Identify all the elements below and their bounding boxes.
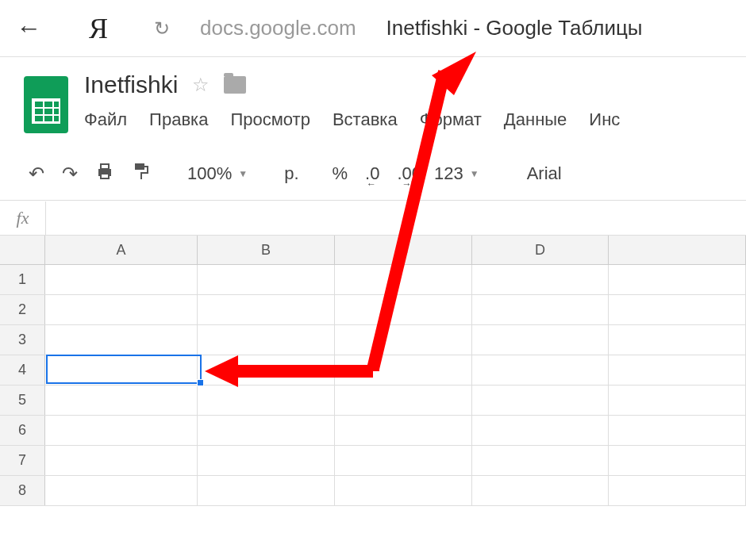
row-header-3[interactable]: 3 — [0, 325, 45, 355]
menu-tools[interactable]: Инс — [589, 109, 620, 130]
menu-view[interactable]: Просмотр — [230, 109, 310, 130]
decrease-decimal-button[interactable]: .0← — [360, 163, 384, 184]
menu-insert[interactable]: Вставка — [333, 109, 398, 130]
cell-e5[interactable] — [609, 385, 746, 415]
menu-file[interactable]: Файл — [84, 109, 127, 130]
cell-a5[interactable] — [45, 385, 198, 415]
cell-d6[interactable] — [472, 416, 609, 445]
cell-e4[interactable] — [609, 355, 746, 385]
print-icon[interactable] — [90, 159, 119, 188]
zoom-dropdown[interactable]: 100% ▼ — [187, 163, 248, 184]
yandex-logo-icon[interactable]: Я — [73, 12, 124, 45]
browser-bar: ← Я ↻ docs.google.com Inetfishki - Googl… — [0, 0, 746, 57]
cell-b3[interactable] — [198, 325, 335, 355]
cell-c1[interactable] — [335, 265, 472, 294]
cell-d2[interactable] — [472, 295, 609, 324]
cell-b1[interactable] — [198, 265, 335, 294]
toolbar: ↶ ↷ 100% ▼ р. % .0← .00→ 123 ▼ Arial — [0, 148, 746, 201]
menu-bar: Файл Правка Просмотр Вставка Формат Данн… — [84, 109, 620, 130]
svg-rect-2 — [101, 174, 109, 178]
cell-b4[interactable] — [198, 355, 335, 385]
cell-e2[interactable] — [609, 295, 746, 324]
currency-button[interactable]: р. — [279, 163, 303, 184]
zoom-value: 100% — [187, 163, 232, 184]
fx-label[interactable]: fx — [0, 201, 46, 235]
page-title: Inetfishki - Google Таблицы — [386, 16, 643, 40]
row-header-7[interactable]: 7 — [0, 446, 45, 475]
column-header-a[interactable]: A — [45, 236, 198, 264]
cell-d3[interactable] — [472, 325, 609, 355]
row-header-2[interactable]: 2 — [0, 295, 45, 324]
column-header-d[interactable]: D — [472, 236, 609, 264]
cell-e1[interactable] — [609, 265, 746, 294]
formula-input[interactable] — [46, 201, 746, 235]
cell-b2[interactable] — [198, 295, 335, 324]
formula-bar: fx — [0, 201, 746, 236]
column-header-b[interactable]: B — [198, 236, 335, 264]
increase-decimal-button[interactable]: .00→ — [392, 163, 426, 184]
svg-rect-3 — [135, 163, 144, 170]
cell-e6[interactable] — [609, 416, 746, 445]
star-icon[interactable]: ☆ — [192, 74, 210, 96]
cell-b6[interactable] — [198, 416, 335, 445]
cell-c4[interactable] — [335, 355, 472, 385]
document-title[interactable]: Inetfishki — [84, 71, 178, 98]
spreadsheet-grid: A B C D 1 2 3 4 5 6 7 8 — [0, 236, 746, 506]
url-text[interactable]: docs.google.com — [200, 16, 356, 40]
sheets-logo-icon[interactable] — [24, 76, 68, 133]
cell-e7[interactable] — [609, 446, 746, 475]
cell-d5[interactable] — [472, 385, 609, 415]
cell-d7[interactable] — [472, 446, 609, 475]
cell-a1[interactable] — [45, 265, 198, 294]
row-header-1[interactable]: 1 — [0, 265, 45, 294]
cell-a2[interactable] — [45, 295, 198, 324]
select-all-corner[interactable] — [0, 236, 45, 264]
column-header-c[interactable]: C — [335, 236, 472, 264]
row-header-4[interactable]: 4 — [0, 355, 45, 385]
cell-a7[interactable] — [45, 446, 198, 475]
dropdown-arrow-icon: ▼ — [470, 168, 479, 179]
number-format-dropdown[interactable]: 123 ▼ — [434, 163, 479, 184]
menu-edit[interactable]: Правка — [149, 109, 208, 130]
cell-b8[interactable] — [198, 476, 335, 505]
menu-data[interactable]: Данные — [504, 109, 567, 130]
folder-icon[interactable] — [224, 76, 246, 94]
cell-a6[interactable] — [45, 416, 198, 445]
cell-c7[interactable] — [335, 446, 472, 475]
undo-icon[interactable]: ↶ — [24, 159, 49, 188]
cell-a3[interactable] — [45, 325, 198, 355]
menu-format[interactable]: Формат — [420, 109, 482, 130]
dropdown-arrow-icon: ▼ — [238, 168, 248, 179]
row-header-8[interactable]: 8 — [0, 476, 45, 505]
document-header: Inetfishki ☆ Файл Правка Просмотр Вставк… — [0, 57, 746, 133]
back-icon[interactable]: ← — [8, 13, 49, 43]
cell-c5[interactable] — [335, 385, 472, 415]
cell-e8[interactable] — [609, 476, 746, 505]
cell-c8[interactable] — [335, 476, 472, 505]
cell-a4[interactable] — [45, 355, 198, 385]
cell-d4[interactable] — [472, 355, 609, 385]
redo-icon[interactable]: ↷ — [57, 159, 83, 188]
cell-b5[interactable] — [198, 385, 335, 415]
percent-button[interactable]: % — [328, 163, 353, 184]
cell-a8[interactable] — [45, 476, 198, 505]
svg-rect-1 — [101, 164, 109, 169]
cell-b7[interactable] — [198, 446, 335, 475]
cell-d8[interactable] — [472, 476, 609, 505]
font-dropdown[interactable]: Arial — [511, 163, 578, 184]
row-header-5[interactable]: 5 — [0, 385, 45, 415]
cell-e3[interactable] — [609, 325, 746, 355]
reload-icon[interactable]: ↻ — [148, 17, 176, 40]
cell-c3[interactable] — [335, 325, 472, 355]
row-header-6[interactable]: 6 — [0, 416, 45, 445]
cell-d1[interactable] — [472, 265, 609, 294]
cell-c6[interactable] — [335, 416, 472, 445]
cell-c2[interactable] — [335, 295, 472, 324]
column-header-e[interactable] — [609, 236, 746, 264]
paint-format-icon[interactable] — [127, 159, 156, 189]
